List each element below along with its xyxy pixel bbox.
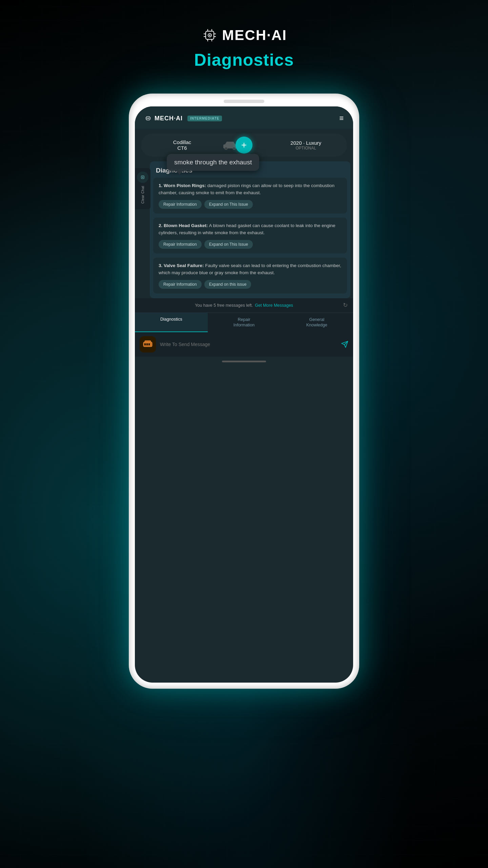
phone-notch [224,100,264,103]
bottom-tabs: Diagnostics RepairInformation GeneralKno… [135,312,353,332]
issue-1-bold: 1. Worn Piston Rings: [159,183,206,188]
svg-rect-28 [145,341,151,342]
issue-3-bold: 3. Valve Seal Failure: [159,263,204,268]
issue-2-expand-btn[interactable]: Expand on This Issue [204,240,253,249]
message-input[interactable] [160,342,337,347]
issue-card-1: 1. Worn Piston Rings: damaged piston rin… [153,178,347,214]
tab-diagnostics[interactable]: Diagnostics [135,313,208,332]
vehicle-bar: Codillac CT6 + [141,134,347,157]
svg-point-20 [233,147,236,150]
tab-repair-info[interactable]: RepairInformation [208,313,281,332]
issue-1-text: 1. Worn Piston Rings: damaged piston rin… [159,182,342,197]
app-logo-icon [144,115,152,121]
issue-3-repair-btn[interactable]: Repair Information [159,280,202,289]
tab-general-knowledge[interactable]: GeneralKnowledge [280,313,353,332]
issue-2-bold: 2. Blown Head Gasket: [159,223,208,228]
svg-rect-26 [146,343,148,345]
svg-point-10 [209,35,210,36]
issue-3-text: 3. Valve Seal Failure: Faulty valve seal… [159,262,342,277]
svg-rect-25 [144,343,146,345]
clear-chat-sidebar[interactable]: Clear Chat [135,168,150,209]
message-input-area [135,332,353,357]
speech-bubble: smoke through the exhaust [167,154,259,171]
hamburger-menu-icon[interactable]: ≡ [339,114,344,123]
issue-1-expand-btn[interactable]: Expand on This Issue [204,200,253,209]
svg-point-23 [142,177,143,177]
svg-point-19 [225,147,227,150]
app-logo: MECH·AI INTERMEDIATE [144,115,222,122]
message-limit-text: You have 5 free messages left. [195,303,253,308]
phone-screen: MECH·AI INTERMEDIATE ≡ Codillac CT6 [135,106,353,683]
svg-point-17 [148,118,148,118]
send-button[interactable] [341,341,348,348]
get-more-messages-link[interactable]: Get More Messages [255,303,293,308]
brand-logo: MECH·AI [194,27,294,43]
home-indicator [222,361,266,362]
obd-icon-button[interactable] [140,336,156,352]
speech-bubble-tail [176,171,183,175]
app-logo-text: MECH·AI [155,115,183,122]
speech-bubble-text: smoke through the exhaust [174,159,252,166]
vehicle-trim: OPTIONAL [271,146,340,150]
issue-3-expand-btn[interactable]: Expand on this issue [204,280,251,289]
vehicle-right[interactable]: 2020 · Luxury OPTIONAL [271,140,340,150]
app-header: MECH·AI INTERMEDIATE ≡ [135,106,353,129]
app-badge: INTERMEDIATE [187,116,222,121]
vehicle-model: CT6 [148,145,217,151]
phone-frame: MECH·AI INTERMEDIATE ≡ Codillac CT6 [129,94,359,689]
obd-icon [143,340,153,349]
vehicle-year: 2020 · Luxury [271,140,340,146]
issue-2-repair-btn[interactable]: Repair Information [159,240,202,249]
issue-2-actions: Repair Information Expand on This Issue [159,240,342,249]
issue-1-actions: Repair Information Expand on This Issue [159,200,342,209]
message-limit-bar: You have 5 free messages left. Get More … [135,298,353,312]
vehicle-left[interactable]: Codillac CT6 [148,139,217,151]
svg-rect-27 [148,343,150,345]
brand-logo-text: MECH·AI [222,27,287,43]
brand-header: MECH·AI Diagnostics [194,27,294,70]
page-title: Diagnostics [194,50,294,70]
clear-chat-avatar [137,171,148,183]
diagnostics-header: Diagnostics smoke through the exhaust [150,161,350,178]
add-vehicle-button[interactable]: + [236,137,252,154]
issue-1-repair-btn[interactable]: Repair Information [159,200,202,209]
issue-card-3: 3. Valve Seal Failure: Faulty valve seal… [153,258,347,294]
issue-2-text: 2. Blown Head Gasket: A blown head gaske… [159,222,342,237]
clear-chat-avatar-icon [140,174,146,180]
phone-wrapper: MECH·AI INTERMEDIATE ≡ Codillac CT6 [129,94,359,689]
issues-container: 1. Worn Piston Rings: damaged piston rin… [150,178,350,298]
mechai-logo-icon [201,28,219,42]
issue-3-actions: Repair Information Expand on this issue [159,280,342,289]
clear-chat-label: Clear Chat [141,186,145,204]
vehicle-name: Codillac [148,139,217,145]
send-icon [341,341,348,348]
issue-card-2: 2. Blown Head Gasket: A blown head gaske… [153,218,347,254]
page-content: MECH·AI Diagnostics [0,0,488,689]
chat-area: Clear Chat Diagnostics smoke through the… [135,161,353,298]
refresh-icon[interactable]: ↻ [343,302,348,309]
